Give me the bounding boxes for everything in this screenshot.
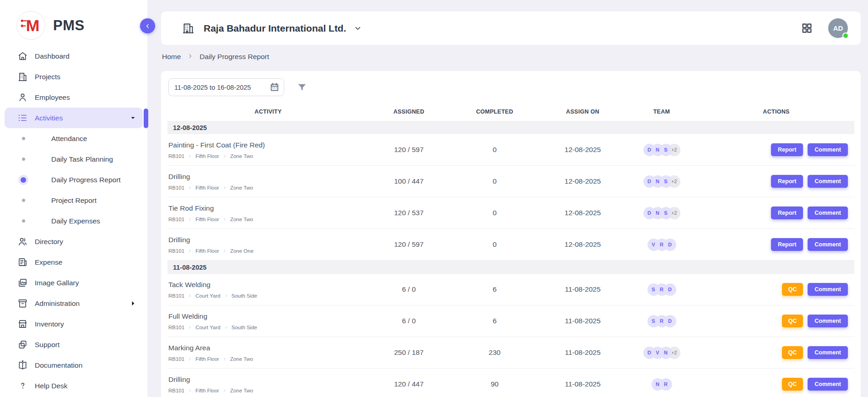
sidebar-item-inventory[interactable]: Inventory bbox=[5, 314, 143, 334]
employees-icon bbox=[17, 92, 28, 103]
group-date: 12-08-2025 bbox=[173, 124, 207, 131]
activity-cell: Full WeldingRB101Court YardSouth Side bbox=[167, 312, 369, 330]
qc-button[interactable]: QC bbox=[782, 283, 803, 296]
help-icon bbox=[17, 381, 28, 391]
team-member-badge[interactable]: D bbox=[643, 175, 656, 188]
team-member-badge[interactable]: D bbox=[643, 207, 656, 219]
activity-location: RB101Fifth FloorZone Two bbox=[168, 185, 364, 190]
team-member-badge[interactable]: S bbox=[647, 315, 660, 327]
chevron-down-icon bbox=[129, 114, 136, 121]
group-date: 11-08-2025 bbox=[173, 264, 206, 271]
location-segment: Fifth Floor bbox=[195, 185, 219, 190]
comment-button[interactable]: Comment bbox=[808, 143, 848, 156]
team-member-badge[interactable]: D bbox=[643, 347, 656, 359]
location-segment: Zone Two bbox=[230, 217, 253, 222]
company-name: Raja Bahadur International Ltd. bbox=[204, 23, 346, 34]
company-chevron-down-icon[interactable] bbox=[354, 24, 362, 33]
team-cell: SRD bbox=[625, 283, 698, 296]
report-button[interactable]: Report bbox=[771, 238, 803, 251]
assign-on-value: 11-08-2025 bbox=[540, 285, 625, 294]
comment-button[interactable]: Comment bbox=[808, 346, 848, 359]
assign-on-value: 11-08-2025 bbox=[540, 317, 625, 325]
team-member-badge[interactable]: S bbox=[647, 283, 660, 296]
sidebar-item-documentation[interactable]: Documentation bbox=[5, 355, 143, 375]
column-header-completed: COMPLETED bbox=[449, 109, 540, 115]
column-header-actions: ACTIONS bbox=[698, 109, 854, 115]
table-row: DrillingRB101Fifth FloorZone Two120 / 44… bbox=[167, 369, 854, 397]
table-row: Painting - First Coat (Fire Red)RB101Fif… bbox=[167, 134, 854, 166]
sidebar-item-image-gallary[interactable]: Image Gallary bbox=[5, 272, 143, 293]
team-member-badge[interactable]: V bbox=[647, 239, 660, 251]
sidebar-subitem-label: Attendance bbox=[51, 135, 87, 143]
completed-value: 90 bbox=[449, 380, 540, 388]
comment-button[interactable]: Comment bbox=[808, 315, 848, 327]
assigned-value: 100 / 447 bbox=[369, 177, 449, 185]
sidebar-item-dashboard[interactable]: Dashboard bbox=[5, 46, 143, 66]
team-member-badge[interactable]: N bbox=[652, 378, 664, 391]
comment-button[interactable]: Comment bbox=[808, 207, 848, 219]
sidebar-subitem-label: Daily Progress Report bbox=[51, 176, 121, 184]
location-segment: Fifth Floor bbox=[195, 153, 219, 159]
sidebar-subitem-daily-expenses[interactable]: Daily Expenses bbox=[0, 211, 147, 231]
completed-value: 0 bbox=[449, 146, 540, 154]
sidebar-item-label: Documentation bbox=[35, 361, 82, 370]
location-segment: RB101 bbox=[168, 217, 184, 222]
breadcrumb-home[interactable]: Home bbox=[162, 53, 181, 61]
sidebar-subitem-daily-progress-report[interactable]: Daily Progress Report bbox=[0, 169, 147, 190]
active-nav-indicator bbox=[144, 109, 148, 128]
filter-funnel-icon[interactable] bbox=[297, 82, 307, 92]
team-cell: DNS+2 bbox=[625, 144, 698, 156]
sidebar-item-expense[interactable]: Expense bbox=[5, 252, 143, 272]
sidebar-item-employees[interactable]: Employees bbox=[5, 87, 143, 108]
activity-location: RB101Fifth FloorZone Two bbox=[168, 217, 364, 222]
assigned-value: 120 / 597 bbox=[369, 146, 449, 154]
location-segment: Zone Two bbox=[230, 388, 253, 393]
qc-button[interactable]: QC bbox=[782, 315, 803, 327]
sidebar-subitem-project-report[interactable]: Project Report bbox=[0, 190, 147, 211]
location-segment: RB101 bbox=[168, 248, 184, 254]
sidebar-subitem-attendance[interactable]: Attendance bbox=[0, 128, 147, 149]
location-chevron-icon bbox=[223, 153, 226, 159]
table-row: DrillingRB101Fifth FloorZone One120 / 59… bbox=[167, 229, 854, 261]
apps-grid-icon[interactable] bbox=[801, 22, 813, 34]
location-chevron-icon bbox=[188, 185, 192, 190]
actions-cell: QCComment bbox=[698, 315, 854, 327]
qc-button[interactable]: QC bbox=[782, 346, 803, 359]
column-header-assigned: ASSIGNED bbox=[369, 109, 449, 115]
user-avatar[interactable]: AD bbox=[828, 18, 848, 38]
location-segment: Court Yard bbox=[195, 325, 221, 330]
inventory-icon bbox=[17, 319, 28, 329]
report-button[interactable]: Report bbox=[771, 207, 803, 219]
sidebar-item-help-desk[interactable]: Help Desk bbox=[5, 375, 143, 396]
comment-button[interactable]: Comment bbox=[808, 283, 848, 296]
comment-button[interactable]: Comment bbox=[808, 238, 848, 251]
sidebar-item-directory[interactable]: Directory bbox=[5, 231, 143, 252]
sidebar-item-activities[interactable]: Activities bbox=[5, 108, 143, 128]
sidebar-item-support[interactable]: Support bbox=[5, 334, 143, 355]
sidebar-item-projects[interactable]: Projects bbox=[5, 66, 143, 87]
comment-button[interactable]: Comment bbox=[808, 378, 848, 391]
team-cell: DNS+2 bbox=[625, 175, 698, 188]
sidebar-item-administration[interactable]: Administration bbox=[5, 293, 143, 314]
date-range-input[interactable] bbox=[168, 78, 284, 96]
location-segment: RB101 bbox=[168, 388, 184, 393]
team-cell: DVN+2 bbox=[625, 347, 698, 359]
breadcrumb-chevron-icon bbox=[187, 53, 193, 61]
team-member-badge[interactable]: D bbox=[643, 144, 656, 156]
sidebar-subitem-daily-task-planning[interactable]: Daily Task Planning bbox=[0, 149, 147, 169]
bullet-dot-icon bbox=[20, 199, 27, 202]
bullet-dot-icon bbox=[20, 158, 27, 161]
report-button[interactable]: Report bbox=[771, 143, 803, 156]
table-row: Tack WeldingRB101Court YardSouth Side6 /… bbox=[167, 274, 854, 305]
actions-cell: ReportComment bbox=[698, 207, 854, 219]
sidebar-item-label: Inventory bbox=[35, 320, 64, 328]
actions-cell: ReportComment bbox=[698, 175, 854, 188]
qc-button[interactable]: QC bbox=[782, 378, 803, 391]
comment-button[interactable]: Comment bbox=[808, 175, 848, 188]
location-segment: Zone Two bbox=[230, 356, 253, 362]
actions-cell: ReportComment bbox=[698, 143, 854, 156]
team-cell: SRD bbox=[625, 315, 698, 327]
report-button[interactable]: Report bbox=[771, 175, 803, 188]
team-cell: DNS+2 bbox=[625, 207, 698, 219]
sidebar-collapse-button[interactable] bbox=[140, 18, 155, 33]
